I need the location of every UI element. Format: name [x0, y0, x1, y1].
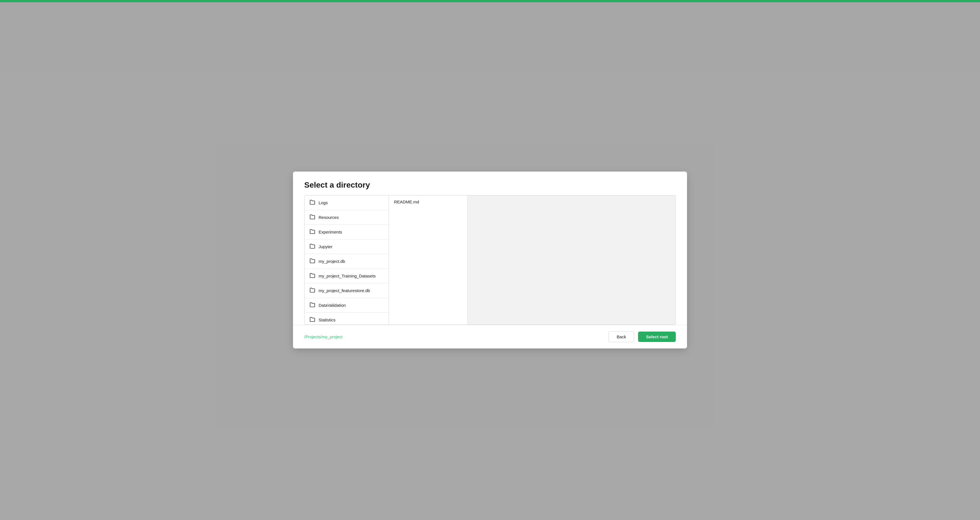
current-path: /Projects/my_project	[304, 334, 342, 339]
top-bar	[0, 0, 980, 2]
modal-footer: /Projects/my_project Back Select root	[293, 325, 687, 348]
file-item-readme[interactable]: README.md	[389, 196, 468, 208]
preview-column	[468, 196, 676, 324]
folder-label: my_project_Training_Datasets	[318, 274, 376, 278]
folder-icon	[310, 287, 315, 294]
back-button[interactable]: Back	[608, 331, 634, 342]
modal-dialog: Select a directory Logs Resources Experi…	[293, 172, 687, 348]
folder-icon	[310, 302, 315, 308]
file-column: README.md	[389, 196, 468, 324]
folder-item-my-project-db[interactable]: my_project.db	[304, 254, 389, 269]
folder-item-my-project-featurestore[interactable]: my_project_featurestore.db	[304, 283, 389, 298]
folder-item-jupyter[interactable]: Jupyter	[304, 239, 389, 254]
folder-item-logs[interactable]: Logs	[304, 196, 389, 210]
modal-body: Logs Resources Experiments Jupyter my_pr…	[293, 195, 687, 325]
folder-label: DataValidation	[318, 303, 345, 308]
folder-icon	[310, 273, 315, 279]
file-label: README.md	[394, 199, 419, 204]
folder-icon	[310, 214, 315, 220]
folder-icon	[310, 229, 315, 235]
modal-title: Select a directory	[304, 180, 676, 190]
folder-item-datavalidation[interactable]: DataValidation	[304, 298, 389, 313]
folder-item-statistics[interactable]: Statistics	[304, 313, 389, 324]
folder-label: Logs	[318, 200, 328, 205]
folder-label: Experiments	[318, 230, 342, 234]
footer-buttons: Back Select root	[608, 331, 676, 342]
folder-label: Statistics	[318, 317, 336, 322]
folder-label: my_project_featurestore.db	[318, 288, 370, 293]
folder-item-experiments[interactable]: Experiments	[304, 225, 389, 239]
folder-icon	[310, 199, 315, 206]
folder-column: Logs Resources Experiments Jupyter my_pr…	[304, 196, 389, 324]
folder-label: Jupyter	[318, 244, 332, 249]
folder-label: my_project.db	[318, 259, 345, 264]
folder-label: Resources	[318, 215, 339, 220]
folder-icon	[310, 243, 315, 250]
select-root-button[interactable]: Select root	[638, 332, 676, 342]
folder-item-resources[interactable]: Resources	[304, 210, 389, 225]
file-browser: Logs Resources Experiments Jupyter my_pr…	[304, 195, 676, 325]
folder-item-my-project-training[interactable]: my_project_Training_Datasets	[304, 269, 389, 283]
folder-icon	[310, 258, 315, 265]
modal-overlay: Select a directory Logs Resources Experi…	[0, 0, 980, 520]
folder-icon	[310, 317, 315, 323]
modal-header: Select a directory	[293, 172, 687, 195]
